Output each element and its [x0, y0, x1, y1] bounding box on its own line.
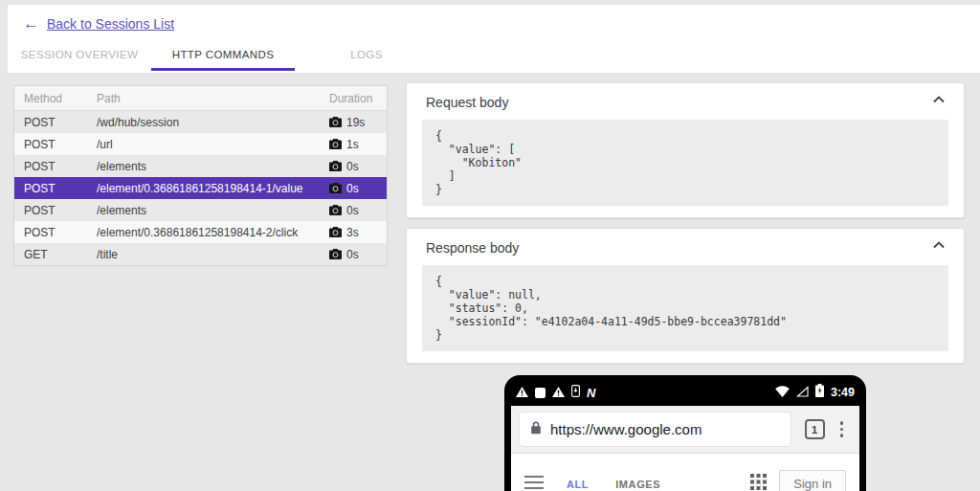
- camera-icon: [329, 249, 342, 259]
- apps-grid-icon: [750, 474, 767, 491]
- device-status-bar: N 3:49: [511, 382, 859, 406]
- command-row[interactable]: POST /elements 0s: [14, 155, 387, 177]
- column-header-duration: Duration: [329, 92, 387, 105]
- camera-icon: [329, 183, 342, 193]
- path-cell: /element/0.36861861258198414-2/click: [97, 226, 329, 239]
- main-content: Method Path Duration POST /wd/hub/sessio…: [0, 73, 980, 491]
- response-body-code: { "value": null, "status": 0, "sessionId…: [435, 275, 935, 342]
- google-result-tabs: ALL IMAGES: [565, 465, 662, 491]
- usb-debugging-icon: [571, 384, 580, 401]
- request-body-code: { "value": [ "Kobiton" ] }: [435, 129, 935, 196]
- path-cell: /title: [97, 248, 329, 261]
- device-screen: https://www.google.com 1 ALL IMAGES: [511, 406, 859, 491]
- http-commands-table: Method Path Duration POST /wd/hub/sessio…: [13, 85, 388, 266]
- browser-menu-icon: [838, 419, 846, 439]
- method-cell: POST: [14, 138, 97, 151]
- method-cell: POST: [14, 226, 97, 239]
- request-body-title: Request body: [407, 83, 964, 118]
- lock-icon: [530, 420, 542, 438]
- path-cell: /element/0.36861861258198414-1/value: [97, 182, 329, 195]
- google-tab-all: ALL: [565, 465, 590, 491]
- duration-cell: 0s: [329, 204, 387, 217]
- table-header-row: Method Path Duration: [14, 86, 387, 111]
- status-bar-clock: 3:49: [831, 386, 855, 399]
- method-cell: GET: [14, 248, 97, 261]
- path-cell: /url: [97, 138, 329, 151]
- column-header-path: Path: [97, 92, 329, 105]
- cell-signal-icon: [796, 384, 809, 401]
- tab-session-overview[interactable]: SESSION OVERVIEW: [8, 39, 151, 71]
- response-body-code-block: { "value": null, "status": 0, "sessionId…: [422, 265, 948, 351]
- tab-counter: 1: [805, 419, 825, 439]
- browser-toolbar: https://www.google.com 1: [511, 406, 859, 454]
- commands-table-body: POST /wd/hub/session 19s POST /url 1s PO…: [14, 111, 387, 265]
- command-row[interactable]: POST /element/0.36861861258198414-2/clic…: [14, 221, 387, 243]
- url-bar: https://www.google.com: [520, 413, 791, 446]
- duration-cell: 0s: [329, 248, 387, 261]
- request-body-code-block: { "value": [ "Kobiton" ] }: [422, 120, 948, 206]
- command-row[interactable]: POST /element/0.36861861258198414-1/valu…: [14, 177, 387, 199]
- duration-cell: 0s: [329, 160, 387, 173]
- duration-cell: 3s: [329, 226, 387, 239]
- command-row[interactable]: POST /wd/hub/session 19s: [14, 111, 387, 133]
- duration-value: 3s: [346, 226, 359, 239]
- response-body-title: Response body: [407, 229, 964, 263]
- method-cell: POST: [14, 182, 97, 195]
- path-cell: /elements: [97, 160, 329, 173]
- duration-value: 0s: [346, 182, 359, 195]
- warning-icon: [552, 384, 565, 401]
- google-header: ALL IMAGES Sign in: [511, 454, 859, 491]
- command-row[interactable]: POST /elements 0s: [14, 199, 387, 221]
- path-cell: /elements: [97, 204, 329, 217]
- tab-logs[interactable]: LOGS: [295, 39, 438, 71]
- duration-value: 19s: [346, 116, 365, 129]
- column-header-method: Method: [14, 92, 97, 105]
- command-row[interactable]: GET /title 0s: [14, 243, 387, 265]
- duration-value: 0s: [346, 160, 359, 173]
- battery-icon: [815, 384, 824, 401]
- back-to-sessions-link[interactable]: ← Back to Sessions List: [23, 14, 174, 33]
- command-row[interactable]: POST /url 1s: [14, 133, 387, 155]
- command-detail-panel: Request body { "value": [ "Kobiton" ] } …: [406, 82, 965, 491]
- camera-icon: [329, 161, 342, 171]
- duration-value: 1s: [346, 138, 359, 151]
- google-tab-images: IMAGES: [613, 465, 662, 491]
- back-arrow-icon: ←: [23, 14, 39, 33]
- duration-value: 0s: [346, 204, 359, 217]
- url-text: https://www.google.com: [550, 421, 702, 437]
- back-link-label: Back to Sessions List: [47, 16, 174, 32]
- screenshot-square-icon: [535, 388, 546, 398]
- nfc-icon: N: [587, 386, 594, 400]
- collapse-response-chevron-icon[interactable]: [933, 241, 945, 249]
- camera-icon: [329, 139, 342, 149]
- duration-cell: 19s: [329, 116, 387, 129]
- device-screenshot: N 3:49 ht: [504, 375, 866, 491]
- camera-icon: [329, 205, 342, 215]
- camera-icon: [329, 227, 342, 237]
- tab-http-commands[interactable]: HTTP COMMANDS: [151, 39, 295, 71]
- path-cell: /wd/hub/session: [97, 116, 329, 129]
- request-body-card: Request body { "value": [ "Kobiton" ] }: [406, 82, 965, 218]
- google-sign-in-button: Sign in: [779, 470, 846, 491]
- camera-icon: [329, 117, 342, 127]
- method-cell: POST: [14, 204, 97, 217]
- page-header: ← Back to Sessions List SESSION OVERVIEW…: [8, 5, 980, 73]
- response-body-card: Response body { "value": null, "status":…: [406, 228, 965, 364]
- warning-icon: [516, 384, 528, 401]
- hamburger-menu-icon: [524, 476, 544, 491]
- duration-cell: 0s: [329, 182, 387, 195]
- collapse-request-chevron-icon[interactable]: [933, 96, 945, 103]
- method-cell: POST: [14, 116, 97, 129]
- duration-value: 0s: [346, 248, 359, 261]
- method-cell: POST: [14, 160, 97, 173]
- wifi-icon: [775, 384, 790, 401]
- session-tabs: SESSION OVERVIEW HTTP COMMANDS LOGS: [8, 39, 980, 71]
- duration-cell: 1s: [329, 138, 387, 151]
